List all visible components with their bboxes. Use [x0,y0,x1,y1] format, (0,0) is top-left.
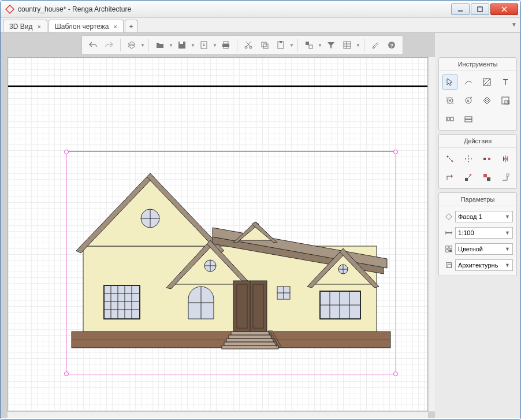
export-button[interactable] [196,38,211,53]
action-scale[interactable] [461,170,476,185]
tool-dimension[interactable] [442,93,457,108]
tool-select[interactable] [442,75,457,90]
tab-3d-view[interactable]: 3D Вид× [3,20,47,32]
svg-rect-10 [224,42,228,44]
minimize-button[interactable] [451,3,470,15]
svg-rect-132 [449,246,452,248]
tool-titleblock[interactable]: A1 [498,93,513,108]
canvas[interactable] [8,57,428,411]
view-icon [442,213,455,221]
selection-handle-sw[interactable] [64,371,69,376]
selection-handle-ne[interactable] [393,150,398,154]
tool-line[interactable] [461,75,476,90]
svg-point-114 [468,155,469,157]
param-view-select[interactable]: Фасад 1▼ [455,211,513,222]
action-trim[interactable] [442,170,457,185]
redo-button[interactable] [102,38,117,53]
svg-rect-22 [309,45,312,49]
page-boundary-line [8,86,427,87]
tool-section-1[interactable] [442,111,457,127]
close-icon[interactable]: × [37,23,40,30]
selection-handle-nw[interactable] [64,150,69,154]
layers-button[interactable] [124,38,139,53]
svg-rect-17 [262,42,266,47]
svg-rect-81 [229,335,271,339]
action-move[interactable] [442,151,457,166]
chevron-down-icon: ▼ [505,246,510,252]
svg-marker-119 [506,156,508,162]
svg-rect-56 [104,285,140,319]
tool-dimension-radial[interactable]: A [461,93,476,108]
svg-marker-127 [446,214,452,220]
svg-rect-135 [446,263,452,268]
copy-button[interactable] [257,38,272,53]
param-value: Цветной [458,246,483,252]
action-mirror-h[interactable] [479,151,494,166]
tool-section-2[interactable] [461,111,476,127]
vertical-scrollbar[interactable] [428,57,435,411]
svg-rect-123 [470,174,471,176]
svg-point-27 [373,47,374,49]
svg-rect-2 [478,7,482,12]
param-scale-select[interactable]: 1:100▼ [455,227,513,239]
cut-button[interactable] [241,38,256,53]
svg-rect-124 [483,174,487,177]
svg-rect-108 [465,120,472,122]
panel-params: Параметры Фасад 1▼ 1:100▼ Цветной▼ Архит… [438,192,517,276]
tool-axis[interactable] [479,93,494,108]
tab-drawing-template[interactable]: Шаблон чертежа× [49,20,124,32]
param-scale: 1:100▼ [442,226,513,240]
svg-point-115 [468,161,469,162]
param-style: Цветной▼ [442,242,513,256]
help-button[interactable]: ? [384,38,399,53]
close-icon[interactable]: × [114,23,117,30]
selection-handle-se[interactable] [393,371,398,376]
param-value: 1:100 [458,229,474,236]
tool-hatch[interactable] [479,75,494,90]
chevron-down-icon: ▼ [505,262,510,268]
action-rotate[interactable] [461,151,476,166]
svg-rect-23 [344,42,351,49]
save-button[interactable] [174,38,189,53]
panel-title: Параметры [439,193,516,206]
tab-label: Шаблон чертежа [55,23,109,31]
add-tab-button[interactable]: + [125,20,137,32]
action-mirror-v[interactable] [498,151,513,166]
svg-marker-0 [6,5,14,13]
canvas-area[interactable]: ▼ ▼ ▼ ▼ ▼ ▼ ▼ ? [1,33,435,418]
tab-label: 3D Вид [9,23,32,31]
stack-button[interactable] [302,38,317,53]
param-detail-select[interactable]: Архитектурнь▼ [455,259,513,271]
settings-button[interactable] [368,38,383,53]
svg-point-112 [465,158,466,159]
svg-rect-105 [451,117,453,121]
horizontal-scrollbar[interactable] [8,411,428,418]
param-value: Фасад 1 [458,213,482,220]
param-style-select[interactable]: Цветной▼ [455,243,513,255]
maximize-button[interactable] [471,3,489,15]
print-button[interactable] [218,38,233,53]
tabs-dropdown-icon[interactable]: ▼ [511,21,517,28]
properties-button[interactable] [340,38,355,53]
svg-point-106 [447,118,448,120]
tool-text[interactable]: T [498,75,513,90]
detail-icon [442,261,455,269]
open-button[interactable] [152,38,168,53]
app-icon [5,5,14,14]
close-button[interactable] [490,3,518,15]
svg-text:A: A [467,99,470,103]
svg-rect-125 [487,177,490,181]
tabstrip: 3D Вид× Шаблон чертежа× + ▼ [1,18,520,33]
filter-button[interactable] [323,38,338,53]
param-detail: Архитектурнь▼ [442,258,513,272]
action-copy-props[interactable] [479,170,494,185]
action-align[interactable] [498,170,513,185]
svg-rect-122 [465,178,468,181]
svg-marker-99 [483,97,490,104]
paste-button[interactable] [273,38,288,53]
svg-marker-121 [451,174,453,178]
param-value: Архитектурнь [458,262,498,269]
svg-rect-83 [224,342,276,345]
undo-button[interactable] [85,38,101,53]
svg-point-109 [447,156,449,158]
